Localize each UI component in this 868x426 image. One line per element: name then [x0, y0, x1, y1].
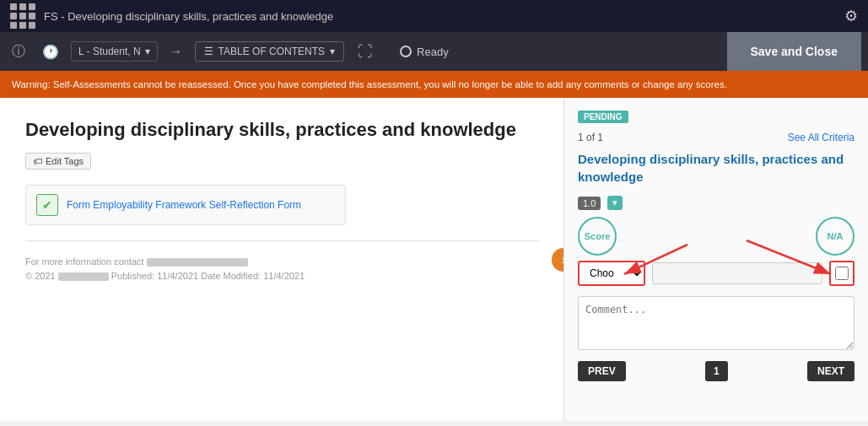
student-label: L - Student, N — [78, 46, 141, 57]
app-title: FS - Developing disciplinary skills, pra… — [44, 10, 836, 23]
save-close-button[interactable]: Save and Close — [727, 32, 862, 71]
criteria-title: Developing disciplinary skills, practice… — [578, 150, 855, 186]
form-link-row: ✔ Form Employability Framework Self-Refl… — [25, 185, 346, 225]
arrow-right-icon[interactable]: → — [164, 40, 188, 62]
divider — [25, 240, 538, 241]
student-dropdown[interactable]: L - Student, N ▾ — [71, 41, 158, 62]
form-link[interactable]: Form Employability Framework Self-Reflec… — [67, 199, 301, 211]
left-panel: Developing disciplinary skills, practice… — [0, 98, 564, 421]
nav-bar: ⓘ 🕐 L - Student, N ▾ → ☰ TABLE OF CONTEN… — [0, 32, 868, 71]
na-checkbox-wrap — [829, 261, 855, 286]
score-select[interactable]: Choo — [578, 261, 645, 286]
comment-textarea[interactable] — [578, 296, 855, 350]
gear-icon[interactable]: ⚙ — [844, 7, 858, 25]
page-title: Developing disciplinary skills, practice… — [25, 118, 538, 143]
see-all-criteria-link[interactable]: See All Criteria — [788, 132, 855, 143]
clock-icon[interactable]: 🕐 — [37, 40, 64, 63]
ready-label: Ready — [417, 46, 449, 58]
footer-contact: For more information contact — [25, 256, 144, 267]
footer-year: © 2021 — [25, 271, 56, 281]
redacted-contact — [147, 258, 248, 267]
criteria-nav: 1 of 1 See All Criteria — [578, 132, 855, 143]
score-value-input[interactable] — [652, 262, 822, 284]
footer-text: For more information contact © 2021 Publ… — [25, 255, 538, 284]
next-button[interactable]: NEXT — [807, 361, 855, 381]
warning-text: Warning: Self-Assessments cannot be reas… — [12, 79, 727, 89]
toc-label: TABLE OF CONTENTS — [218, 46, 325, 57]
nav-left: ⓘ 🕐 L - Student, N ▾ → ☰ TABLE OF CONTEN… — [7, 40, 727, 64]
na-circle: N/A — [816, 217, 855, 256]
criteria-count: 1 of 1 — [578, 132, 603, 143]
tag-icon: 🏷 — [33, 156, 42, 166]
score-dropdown-button[interactable]: ▾ — [607, 196, 623, 210]
top-bar: FS - Developing disciplinary skills, pra… — [0, 0, 868, 32]
main-content: Developing disciplinary skills, practice… — [0, 98, 868, 421]
expand-icon[interactable]: ⛶ — [351, 40, 380, 64]
page-number: 1 — [705, 361, 728, 381]
redacted-company — [58, 272, 109, 281]
ready-dot-icon — [400, 46, 412, 57]
info-icon[interactable]: ⓘ — [7, 40, 30, 64]
score-row: 1.0 ▾ — [578, 196, 855, 210]
score-circle: Score — [578, 217, 617, 256]
app-grid-button[interactable] — [10, 3, 35, 29]
next-panel-button[interactable]: › — [552, 248, 564, 272]
na-checkbox[interactable] — [835, 267, 849, 280]
score-version: 1.0 — [578, 197, 601, 210]
toc-icon: ☰ — [204, 46, 213, 57]
pending-badge: PENDING — [578, 111, 628, 123]
student-chevron: ▾ — [145, 46, 150, 57]
form-checked-icon: ✔ — [36, 194, 58, 216]
bottom-nav: PREV 1 NEXT — [578, 361, 855, 381]
toc-button[interactable]: ☰ TABLE OF CONTENTS ▾ — [195, 41, 344, 62]
right-panel: PENDING 1 of 1 See All Criteria Developi… — [564, 98, 868, 421]
toc-chevron: ▾ — [330, 46, 335, 57]
score-input-row: Choo — [578, 261, 855, 286]
warning-bar: Warning: Self-Assessments cannot be reas… — [0, 71, 868, 98]
prev-button[interactable]: PREV — [578, 361, 626, 381]
ready-area: Ready — [386, 46, 462, 58]
footer-published: Published: 11/4/2021 Date Modified: 11/4… — [111, 271, 305, 281]
edit-tags-button[interactable]: 🏷 Edit Tags — [25, 153, 91, 170]
